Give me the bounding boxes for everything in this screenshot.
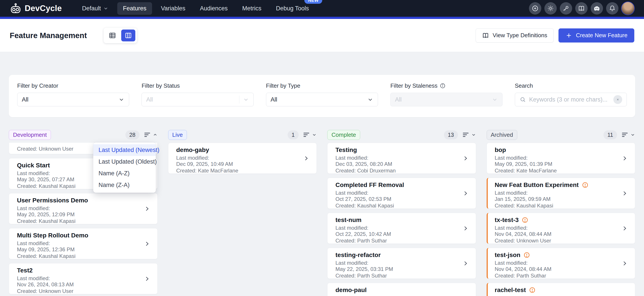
chevron-down-icon: [630, 132, 635, 137]
sort-option-label: Name (Z-A): [98, 182, 130, 189]
clear-search-button[interactable]: [613, 95, 622, 104]
chevron-down-icon: [367, 96, 373, 103]
column-sort-button[interactable]: [144, 131, 158, 139]
created-by: Created: Kate MacFarlane: [176, 168, 301, 174]
filter-group-staleness: Filter by Staleness All: [390, 82, 502, 110]
notifications-button[interactable]: [606, 2, 618, 14]
sort-option-label: Last Updated (Newest): [98, 147, 159, 154]
nav-item-features[interactable]: Features: [117, 2, 152, 15]
user-avatar[interactable]: [622, 2, 634, 15]
feature-card-title: Test2: [17, 267, 142, 274]
created-by: Created: Kaushal Kapasi: [495, 203, 620, 209]
feature-card[interactable]: User Permissions DemoLast modified:May 2…: [9, 193, 158, 224]
feature-name: demo-gaby: [176, 146, 209, 154]
filter-type-select[interactable]: All: [266, 93, 378, 106]
feature-card[interactable]: demo-gabyLast modified:Dec 09, 2025, 10:…: [168, 143, 317, 174]
filter-staleness-label-text: Filter by Staleness: [390, 82, 438, 89]
last-modified-date: Nov 04, 2024, 08:44 AM: [495, 231, 620, 237]
bell-icon: [609, 5, 616, 12]
chevron-right-icon: [462, 190, 469, 197]
feature-name: Completed FF Removal: [336, 182, 404, 189]
column-sort-button[interactable]: [621, 131, 635, 139]
feature-card[interactable]: TestingLast modified:Dec 03, 2025, 08:20…: [327, 143, 476, 174]
sort-dropdown-menu: Last Updated (Newest)Last Updated (Oldes…: [93, 142, 156, 193]
feature-card[interactable]: tx-test-3Last modified:Nov 04, 2024, 08:…: [487, 213, 636, 244]
feature-name: User Permissions Demo: [17, 197, 88, 204]
chevron-down-icon: [471, 132, 476, 137]
nav-item-label: Metrics: [242, 5, 262, 12]
column-sort-button[interactable]: [462, 131, 476, 139]
sort-option-name-z-a[interactable]: Name (Z-A): [93, 179, 156, 191]
sort-option-last-updated-oldest[interactable]: Last Updated (Oldest): [93, 156, 156, 168]
nav-item-metrics[interactable]: Metrics: [236, 2, 267, 15]
last-modified-label: Last modified:: [495, 190, 620, 196]
table-view-button[interactable]: [105, 29, 120, 41]
feature-card[interactable]: New Feat Button ExperimentLast modified:…: [487, 178, 636, 209]
feature-card-title: User Permissions Demo: [17, 197, 142, 204]
nav-item-audiences[interactable]: Audiences: [194, 2, 234, 15]
filter-status-label: Filter by Status: [142, 82, 254, 89]
feature-card[interactable]: demo-paul: [327, 283, 476, 296]
settings-button[interactable]: [544, 2, 557, 14]
nav-accent-bar: [0, 17, 644, 19]
column-cards: TestingLast modified:Dec 03, 2025, 08:20…: [327, 140, 476, 296]
feature-name: test-json: [495, 252, 520, 259]
chevron-down-icon: [118, 96, 124, 103]
sort-lines-icon: [621, 131, 628, 139]
feature-card[interactable]: Completed FF RemovalLast modified:Oct 27…: [327, 178, 476, 209]
documentation-button[interactable]: [575, 2, 588, 14]
create-new-button[interactable]: [529, 2, 541, 14]
feature-card[interactable]: bopLast modified:May 09, 2025, 01:39 PMC…: [487, 143, 636, 174]
created-by: Created: Parth Suthar: [495, 273, 620, 279]
feature-card[interactable]: rachel-test: [487, 283, 636, 296]
feature-card[interactable]: Multi Step Rollout DemoLast modified:May…: [9, 228, 158, 259]
chevron-right-icon: [303, 155, 310, 162]
chevron-right-icon: [621, 155, 628, 162]
feature-card-title: test-json: [495, 252, 620, 259]
filter-group-type: Filter by Type All: [266, 82, 378, 110]
chevron-right-icon: [621, 190, 628, 197]
kanban-view-button[interactable]: [121, 29, 135, 41]
nav-item-label: Debug Tools: [276, 5, 309, 12]
column-count-badge: 11: [604, 130, 617, 139]
filter-creator-select[interactable]: All: [17, 93, 129, 106]
search-input[interactable]: [529, 96, 613, 103]
view-type-definitions-label: View Type Definitions: [492, 32, 547, 39]
nav-item-debug-tools[interactable]: Debug ToolsNEW: [270, 2, 315, 15]
sort-option-name-a-z[interactable]: Name (A-Z): [93, 168, 156, 179]
view-type-definitions-button[interactable]: View Type Definitions: [476, 28, 554, 42]
devcycle-logo[interactable]: DevCycle: [10, 2, 62, 14]
filter-group-creator: Filter by Creator All: [17, 82, 129, 110]
sort-option-label: Name (A-Z): [98, 170, 130, 177]
api-keys-button[interactable]: [560, 2, 572, 14]
last-modified-date: Dec 03, 2025, 08:20 AM: [336, 161, 460, 167]
new-badge: NEW: [304, 0, 322, 4]
feature-card[interactable]: Test2Last modified:Nov 26, 2024, 08:13 A…: [9, 263, 158, 294]
filter-group-search: Search: [515, 82, 627, 110]
last-modified-date: Oct 22, 2025, 10:42 AM: [336, 231, 460, 237]
feature-card[interactable]: test-numLast modified:Oct 22, 2025, 10:4…: [327, 213, 476, 244]
create-new-feature-button[interactable]: Create New Feature: [558, 28, 634, 42]
filter-status-select[interactable]: All: [142, 93, 254, 106]
gear-icon: [547, 5, 554, 12]
feature-card[interactable]: testing-refactorLast modified:May 22, 20…: [327, 248, 476, 279]
feature-name: demo-paul: [336, 287, 367, 294]
nav-item-label: Features: [123, 5, 146, 12]
board-column-complete: Complete13TestingLast modified:Dec 03, 2…: [327, 130, 476, 296]
project-selector[interactable]: Default: [76, 2, 114, 15]
nav-item-variables[interactable]: Variables: [155, 2, 191, 15]
last-modified-date: Jan 15, 2025, 09:59 AM: [495, 196, 620, 202]
chevron-right-icon: [621, 260, 628, 267]
feature-card[interactable]: test-jsonLast modified:Nov 04, 2024, 08:…: [487, 248, 636, 279]
filter-status-placeholder: All: [146, 96, 239, 103]
devcycle-robot-icon: [10, 2, 22, 14]
sort-option-last-updated-newest[interactable]: Last Updated (Newest): [93, 144, 156, 156]
kanban-view-icon: [124, 32, 132, 39]
last-modified-label: Last modified:: [17, 275, 142, 282]
column-sort-button[interactable]: [302, 131, 317, 139]
feature-card-title: New Feat Button Experiment: [495, 182, 620, 189]
discord-button[interactable]: [591, 2, 603, 14]
last-modified-date: May 09, 2025, 01:39 PM: [495, 161, 620, 167]
feature-card-title: Multi Step Rollout Demo: [17, 232, 142, 239]
chevron-down-icon: [103, 6, 108, 11]
